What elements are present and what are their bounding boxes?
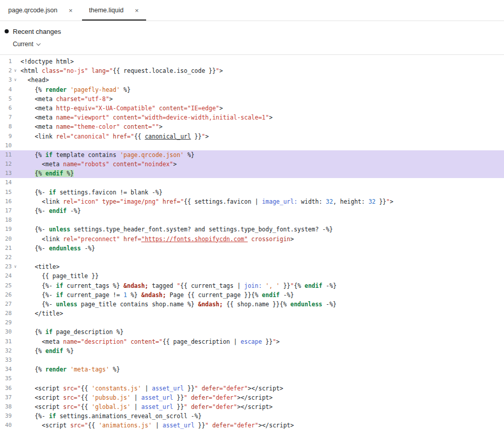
line-number: 24 [4,271,12,281]
code-text: <meta name="viewport" content="width=dev… [19,113,273,122]
code-line[interactable]: 18 [0,215,504,225]
code-text: <meta name="robots" content="noindex"> [19,160,177,169]
code-text [19,374,21,383]
code-line[interactable]: 23∨ <title> [0,262,504,271]
code-text: <title> [19,262,59,271]
line-gutter: 12 [0,160,19,169]
code-line[interactable]: 12 <meta name="robots" content="noindex"… [0,160,504,169]
line-number: 3 [4,75,12,85]
code-text: </title> [19,309,63,318]
code-line[interactable]: 10 [0,141,504,150]
line-gutter: 6 [0,104,19,113]
line-gutter: 39 [0,412,19,421]
code-text: <meta http-equiv="X-UA-Compatible" conte… [19,104,223,113]
line-gutter: 7 [0,113,19,122]
code-line[interactable]: 7 <meta name="viewport" content="width=d… [0,113,504,122]
line-number: 10 [4,141,12,150]
code-line[interactable]: 28 </title> [0,309,504,318]
line-number: 11 [4,150,12,160]
code-line[interactable]: 17 {%- endif -%} [0,206,504,215]
tab-page-qrcode-json[interactable]: page.qrcode.json × [0,0,81,21]
fold-chevron-icon[interactable]: ∨ [13,66,18,75]
line-number: 22 [4,253,12,262]
close-icon[interactable]: × [135,7,139,14]
code-text: {% render 'pagefly-head' %} [19,85,131,94]
line-number: 18 [4,215,12,225]
code-lines: 1<!doctype html>2∨<html class="no-js" la… [0,57,504,430]
code-text: {%- if settings.animations_reveal_on_scr… [19,412,201,421]
close-icon[interactable]: × [69,7,73,14]
line-number: 25 [4,281,12,290]
code-line[interactable]: 19 {%- unless settings.type_header_font.… [0,225,504,234]
line-gutter: 15 [0,188,19,197]
code-line[interactable]: 9 <link rel="canonical" href="{{ canonic… [0,132,504,141]
line-gutter: 34 [0,365,19,374]
code-line[interactable]: 37 <script src="{{ 'pubsub.js' | asset_u… [0,393,504,402]
code-line[interactable]: 11 {% if template contains 'page.qrcode.… [0,150,504,160]
code-line[interactable]: 20 <link rel="preconnect" href="https://… [0,234,504,244]
code-line[interactable]: 40 <script src="{{ 'animations.js' | ass… [0,421,504,430]
tab-label: theme.liquid [89,7,124,14]
code-text: <!doctype html> [19,57,74,66]
code-line[interactable]: 8 <meta name="theme-color" content=""> [0,122,504,131]
code-line[interactable]: 4 {% render 'pagefly-head' %} [0,85,504,94]
tab-theme-liquid[interactable]: theme.liquid × [81,0,147,21]
code-line[interactable]: 29 [0,318,504,327]
line-gutter: 4 [0,85,19,94]
code-line[interactable]: 21 {%- endunless -%} [0,244,504,253]
line-number: 5 [4,94,12,104]
line-gutter: 26 [0,290,19,300]
code-text [19,215,21,225]
line-number: 17 [4,206,12,215]
code-text [19,253,21,262]
code-line[interactable]: 36 <script src="{{ 'constants.js' | asse… [0,384,504,393]
code-text [19,356,21,365]
code-line[interactable]: 31 <meta name="description" content="{{ … [0,337,504,346]
code-line[interactable]: 34 {% render 'meta-tags' %} [0,365,504,374]
line-gutter: 33 [0,356,19,365]
code-text: {{ page_title }} [19,271,98,281]
recent-changes-panel: Recent changes Current [0,21,504,55]
code-line[interactable]: 1<!doctype html> [0,57,504,66]
code-line[interactable]: 16 <link rel="icon" type="image/png" hre… [0,197,504,206]
code-line[interactable]: 24 {{ page_title }} [0,271,504,281]
code-text: <script src="{{ 'constants.js' | asset_u… [19,384,283,393]
code-line[interactable]: 26 {%- if current_page != 1 %} &ndash; P… [0,290,504,300]
line-number: 12 [4,160,12,169]
line-number: 21 [4,244,12,253]
code-text: {%- endif -%} [19,206,81,215]
code-text: {%- if current_tags %} &ndash; tagged "{… [19,281,336,290]
code-text [19,178,21,187]
code-line[interactable]: 39 {%- if settings.animations_reveal_on_… [0,412,504,421]
code-line[interactable]: 2∨<html class="no-js" lang="{{ request.l… [0,66,504,75]
code-line[interactable]: 32 {% endif %} [0,346,504,356]
fold-chevron-icon[interactable]: ∨ [13,75,18,85]
code-line[interactable]: 14 [0,178,504,187]
code-line[interactable]: 5 <meta charset="utf-8"> [0,94,504,104]
line-gutter: 37 [0,393,19,402]
line-number: 19 [4,225,12,234]
line-gutter: 38 [0,402,19,412]
code-line[interactable]: 30 {% if page_description %} [0,327,504,337]
code-line[interactable]: 22 [0,253,504,262]
code-line[interactable]: 38 <script src="{{ 'global.js' | asset_u… [0,402,504,412]
line-number: 15 [4,188,12,197]
code-line[interactable]: 25 {%- if current_tags %} &ndash; tagged… [0,281,504,290]
version-dropdown[interactable]: Current [13,39,40,49]
code-line[interactable]: 35 [0,374,504,383]
fold-chevron-icon[interactable]: ∨ [13,262,18,271]
line-number: 13 [4,169,12,178]
line-gutter: 27 [0,300,19,309]
line-number: 35 [4,374,12,383]
code-line[interactable]: 6 <meta http-equiv="X-UA-Compatible" con… [0,104,504,113]
version-dropdown-label: Current [13,41,33,48]
code-line[interactable]: 27 {%- unless page_title contains shop.n… [0,300,504,309]
code-line[interactable]: 13 {% endif %} [0,169,504,178]
code-editor[interactable]: 1<!doctype html>2∨<html class="no-js" la… [0,55,504,430]
code-line[interactable]: 15 {%- if settings.favicon != blank -%} [0,188,504,197]
code-line[interactable]: 3∨ <head> [0,75,504,85]
code-text: {% endif %} [19,169,74,178]
line-gutter: 29 [0,318,19,327]
line-gutter: 19 [0,225,19,234]
code-line[interactable]: 33 [0,356,504,365]
